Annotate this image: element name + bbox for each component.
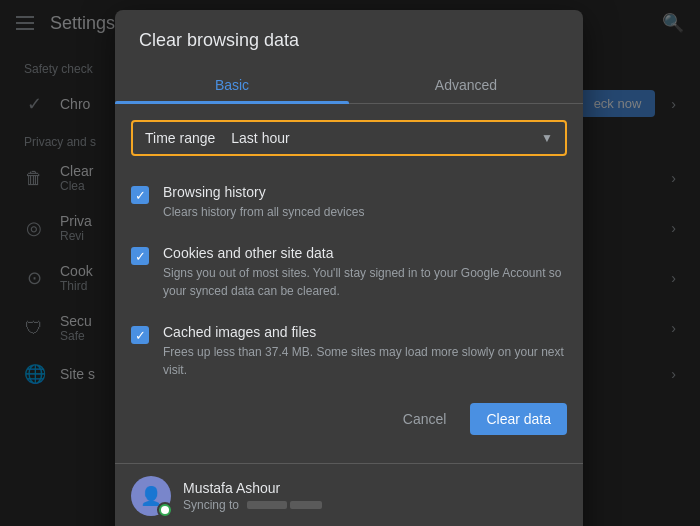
time-range-label: Time range bbox=[145, 130, 215, 146]
time-range-row: Time range Last hour Last 24 hours Last … bbox=[131, 120, 567, 156]
sync-bar-1 bbox=[247, 501, 287, 509]
dialog-body: Time range Last hour Last 24 hours Last … bbox=[115, 104, 583, 463]
cookies-checkbox-item: ✓ Cookies and other site data Signs you … bbox=[131, 233, 567, 312]
time-range-select[interactable]: Last hour Last 24 hours Last 7 days Last… bbox=[231, 130, 541, 146]
clear-browsing-data-dialog: Clear browsing data Basic Advanced Time … bbox=[115, 10, 583, 526]
checkbox-list: ✓ Browsing history Clears history from a… bbox=[115, 172, 583, 391]
browsing-history-desc: Clears history from all synced devices bbox=[163, 203, 364, 221]
sync-badge bbox=[157, 502, 173, 518]
cached-checkbox-item: ✓ Cached images and files Frees up less … bbox=[131, 312, 567, 391]
cached-checkbox[interactable]: ✓ bbox=[131, 326, 149, 344]
sync-bar-2 bbox=[290, 501, 322, 509]
avatar-wrap: 👤 bbox=[131, 476, 171, 516]
dropdown-arrow-icon: ▼ bbox=[541, 131, 553, 145]
clear-data-button[interactable]: Clear data bbox=[470, 403, 567, 435]
cookies-checkbox[interactable]: ✓ bbox=[131, 247, 149, 265]
browsing-history-checkbox[interactable]: ✓ bbox=[131, 186, 149, 204]
profile-name: Mustafa Ashour bbox=[183, 480, 322, 496]
browsing-history-title: Browsing history bbox=[163, 184, 364, 200]
dialog-actions: Cancel Clear data bbox=[115, 391, 583, 447]
dialog-tabs: Basic Advanced bbox=[115, 67, 583, 104]
browsing-history-item: ✓ Browsing history Clears history from a… bbox=[131, 172, 567, 233]
cached-desc: Frees up less than 37.4 MB. Some sites m… bbox=[163, 343, 567, 379]
sync-bars bbox=[247, 501, 322, 509]
cookies-title: Cookies and other site data bbox=[163, 245, 567, 261]
tab-advanced[interactable]: Advanced bbox=[349, 67, 583, 103]
dialog-profile: 👤 Mustafa Ashour Syncing to bbox=[115, 463, 583, 526]
cancel-button[interactable]: Cancel bbox=[387, 403, 463, 435]
tab-basic[interactable]: Basic bbox=[115, 67, 349, 103]
sync-label: Syncing to bbox=[183, 498, 239, 512]
dialog-title: Clear browsing data bbox=[115, 10, 583, 51]
cookies-desc: Signs you out of most sites. You'll stay… bbox=[163, 264, 567, 300]
cached-title: Cached images and files bbox=[163, 324, 567, 340]
